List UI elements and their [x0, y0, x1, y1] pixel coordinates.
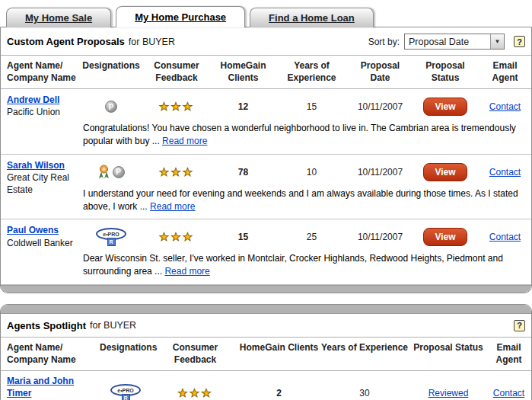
view-proposal-button[interactable]: View — [423, 228, 467, 246]
contact-agent-link[interactable]: Contact — [489, 167, 521, 178]
table-row: Andrew Dell Pacific Union P ★★★ 12 15 10… — [1, 89, 531, 155]
realtor-r-icon: R — [122, 394, 130, 400]
help-icon[interactable]: ? — [514, 320, 525, 331]
designations-cell: e•PRO R — [100, 384, 151, 400]
agent-name-cell: Sarah Wilson Great City Real Estate — [1, 159, 75, 197]
col-homegain-clients: HomeGain Clients — [239, 342, 319, 366]
agent-company: Coldwell Banker — [7, 237, 75, 249]
agent-name-cell: Paul Owens Coldwell Banker — [1, 224, 75, 248]
help-icon[interactable]: ? — [514, 36, 525, 47]
years-experience-value: 15 — [275, 101, 349, 112]
agent-row-values: e•PRO R ★★★ 15 25 10/11/2007 View Contac… — [81, 224, 531, 250]
custom-agent-proposals-panel: Custom Agent Proposals for BUYER Sort by… — [0, 27, 532, 293]
agent-name-cell: Andrew Dell Pacific Union — [1, 94, 75, 118]
agent-company: Pacific Union — [7, 106, 75, 118]
spotlight-title: Agents Spotlight — [7, 320, 86, 331]
agent-message-text: Dear Wisconsin St. seller, I've worked i… — [83, 253, 503, 277]
col-email-agent: Email Agent — [479, 60, 531, 84]
agent-message: Congratulations! You have chosen a wonde… — [83, 122, 522, 148]
read-more-link[interactable]: Read more — [150, 201, 195, 212]
epro-designation-icon: e•PRO R — [96, 228, 126, 246]
col-years-experience: Years of Experience — [275, 60, 349, 84]
contact-agent-link[interactable]: Contact — [493, 388, 524, 398]
proposals-audience: for BUYER — [129, 37, 175, 47]
sort-by-dropdown[interactable]: Proposal Date ▼ — [404, 34, 505, 50]
read-more-link[interactable]: Read more — [162, 136, 207, 146]
star-rating: ★★★ — [142, 165, 212, 179]
tab-find-a-home-loan[interactable]: Find a Home Loan — [250, 8, 374, 27]
table-row: Sarah Wilson Great City Real Estate P ★★… — [1, 155, 531, 220]
agent-message-text: Congratulations! You have chosen a wonde… — [83, 123, 516, 146]
agents-spotlight-panel: Agents Spotlight for BUYER ? Agent Name/… — [0, 304, 532, 400]
agent-name-cell: Maria and John Timer Pro Realty — [7, 375, 100, 400]
table-row: Paul Owens Coldwell Banker e•PRO R ★★★ 1… — [1, 219, 531, 285]
chevron-down-icon[interactable]: ▼ — [490, 34, 504, 49]
agent-row-values: P ★★★ 78 10 10/11/2007 View Contact — [81, 159, 531, 185]
col-years-experience: Years of Experience — [319, 342, 410, 366]
tab-my-home-purchase[interactable]: My Home Purchase — [116, 6, 245, 27]
agent-message: I understand your need for evening and w… — [83, 187, 522, 213]
read-more-link[interactable]: Read more — [164, 266, 209, 277]
designations-cell: P — [81, 101, 142, 113]
col-proposal-date: Proposal Date — [349, 60, 412, 84]
view-proposal-button[interactable]: View — [423, 163, 467, 181]
homegain-clients-value: 12 — [212, 101, 275, 112]
designations-cell: e•PRO R — [81, 228, 142, 246]
agent-proposals-page: My Home Sale My Home Purchase Find a Hom… — [0, 0, 532, 400]
col-proposal-status: Proposal Status — [412, 60, 479, 84]
col-designations: Designations — [81, 60, 142, 84]
col-consumer-feedback: Consumer Feedback — [151, 342, 239, 366]
agent-name-link[interactable]: Andrew Dell — [7, 94, 59, 106]
proposal-date-value: 10/11/2007 — [349, 232, 412, 242]
contact-agent-link[interactable]: Contact — [489, 101, 521, 112]
tab-my-home-sale[interactable]: My Home Sale — [6, 8, 111, 27]
panel-top-bar — [1, 305, 531, 314]
proposal-date-value: 10/11/2007 — [349, 101, 412, 112]
star-rating: ★★★ — [142, 100, 212, 114]
spotlight-header: Agents Spotlight for BUYER ? — [1, 314, 531, 337]
agent-company: Great City Real Estate — [7, 171, 75, 196]
col-designations: Designations — [100, 342, 151, 366]
col-proposal-status: Proposal Status — [410, 342, 486, 366]
col-agent-name: Agent Name/ Company Name — [7, 60, 81, 84]
agent-row-values: P ★★★ 12 15 10/11/2007 View Contact — [81, 94, 531, 120]
view-proposal-button[interactable]: View — [423, 98, 467, 116]
spotlight-audience: for BUYER — [90, 320, 136, 331]
sort-by-selected-value: Proposal Date — [405, 37, 490, 47]
homegain-clients-value: 15 — [212, 232, 275, 242]
col-homegain-clients: HomeGain Clients — [212, 60, 275, 84]
agent-message-text: I understand your need for evening and w… — [83, 188, 518, 212]
col-email-agent: Email Agent — [486, 342, 531, 366]
agent-name-link[interactable]: Sarah Wilson — [7, 159, 65, 171]
agent-name-link[interactable]: Maria and John Timer — [7, 375, 100, 399]
years-experience-value: 10 — [275, 167, 349, 178]
homegain-clients-value: 78 — [212, 167, 275, 178]
star-rating: ★★★ — [142, 230, 212, 244]
col-agent-name: Agent Name/ Company Name — [7, 342, 100, 366]
proposals-header: Custom Agent Proposals for BUYER Sort by… — [1, 27, 531, 55]
proposals-column-headers: Agent Name/ Company Name Designations Co… — [1, 55, 531, 89]
realtor-r-icon: R — [107, 238, 116, 246]
contact-agent-link[interactable]: Contact — [489, 232, 521, 242]
years-experience-value: 25 — [275, 232, 349, 242]
award-ribbon-icon — [98, 165, 110, 180]
p-designation-icon: P — [113, 166, 125, 178]
homegain-clients-value: 2 — [239, 388, 319, 398]
proposals-title: Custom Agent Proposals — [7, 36, 125, 47]
proposal-date-value: 10/11/2007 — [349, 167, 412, 178]
p-designation-icon: P — [105, 101, 117, 113]
years-experience-value: 30 — [319, 388, 410, 398]
table-row: Maria and John Timer Pro Realty e•PRO R … — [1, 371, 531, 400]
agent-message: Dear Wisconsin St. seller, I've worked i… — [83, 252, 522, 278]
sort-by-label: Sort by: — [368, 37, 400, 47]
reviewed-status-link[interactable]: Reviewed — [428, 388, 469, 398]
agent-name-link[interactable]: Paul Owens — [7, 224, 59, 236]
designations-cell: P — [81, 165, 142, 180]
col-consumer-feedback: Consumer Feedback — [142, 60, 212, 84]
spotlight-column-headers: Agent Name/ Company Name Designations Co… — [1, 337, 531, 371]
tab-bar: My Home Sale My Home Purchase Find a Hom… — [0, 6, 532, 27]
star-rating: ★★★ — [151, 386, 239, 400]
panel-bottom-bar — [1, 285, 531, 293]
epro-designation-icon: e•PRO R — [110, 384, 141, 400]
